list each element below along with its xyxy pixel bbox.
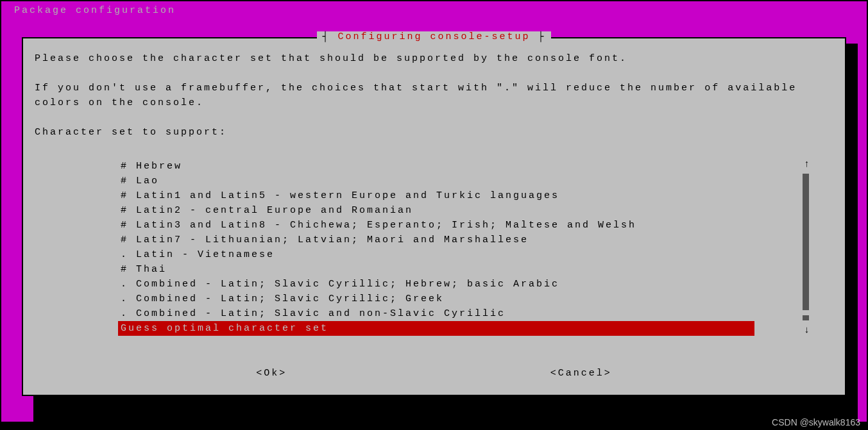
dialog-title: ┤ Configuring console-setup ├ [317, 31, 550, 42]
list-item[interactable]: . Combined - Latin; Slavic Cyrillic; Heb… [118, 277, 760, 292]
scrollbar-thumb[interactable] [803, 315, 809, 320]
cancel-button[interactable]: <Cancel> [550, 368, 612, 379]
ok-button[interactable]: <Ok> [256, 368, 287, 379]
list-item[interactable]: # Lao [118, 174, 760, 188]
prompt-label: Character set to support: [35, 125, 833, 140]
list-item[interactable]: # Latin1 and Latin5 - western Europe and… [118, 188, 760, 203]
list-item[interactable]: # Latin3 and Latin8 - Chichewa; Esperant… [118, 218, 760, 233]
list-item[interactable]: # Latin7 - Lithuanian; Latvian; Maori an… [118, 233, 760, 247]
terminal-background: Package configuration ┤ Configuring cons… [0, 0, 868, 423]
instruction-line-2: If you don't use a framebuffer, the choi… [35, 81, 833, 110]
scroll-down-arrow[interactable]: ↓ [804, 325, 812, 336]
scroll-up-arrow[interactable]: ↑ [804, 159, 812, 170]
config-dialog: ┤ Configuring console-setup ├ Please cho… [22, 37, 846, 396]
list-item[interactable]: . Latin - Vietnamese [118, 247, 760, 262]
charset-list[interactable]: # Hebrew# Lao# Latin1 and Latin5 - weste… [118, 159, 760, 336]
list-item[interactable]: . Combined - Latin; Slavic Cyrillic; Gre… [118, 292, 760, 306]
list-item[interactable]: . Combined - Latin; Slavic and non-Slavi… [118, 306, 760, 321]
instruction-line-1: Please choose the character set that sho… [35, 51, 833, 66]
list-item[interactable]: # Latin2 - central Europe and Romanian [118, 203, 760, 218]
list-item[interactable]: # Thai [118, 262, 760, 277]
list-item[interactable]: # Hebrew [118, 159, 760, 174]
package-config-header: Package configuration [1, 1, 867, 20]
list-item[interactable]: Guess optimal character set [118, 321, 754, 336]
watermark: CSDN @skywalk8163 [772, 417, 860, 427]
scrollbar-track[interactable] [803, 174, 809, 310]
